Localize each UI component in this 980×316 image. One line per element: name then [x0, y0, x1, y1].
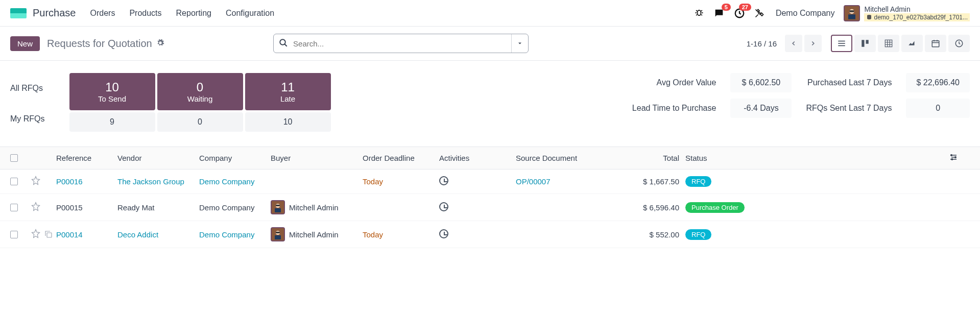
reference-cell[interactable]: P00015 [56, 203, 83, 212]
row-checkbox[interactable] [10, 231, 18, 238]
col-vendor[interactable]: Vendor [117, 154, 199, 162]
svg-rect-10 [932, 41, 939, 47]
total-cell: $ 6,596.40 [613, 203, 679, 212]
activity-clock-icon[interactable] [439, 202, 448, 211]
pager-next[interactable] [804, 35, 822, 52]
svg-rect-22 [275, 235, 281, 239]
status-badge: Purchase Order [685, 202, 745, 213]
late-tile[interactable]: 11Late [245, 73, 331, 110]
pager-text[interactable]: 1-16 / 16 [747, 39, 777, 48]
svg-rect-19 [47, 233, 52, 237]
view-pivot-icon[interactable] [878, 35, 899, 52]
col-buyer[interactable]: Buyer [271, 154, 363, 162]
col-company[interactable]: Company [199, 154, 271, 162]
star-icon[interactable] [31, 205, 41, 213]
svg-rect-9 [885, 40, 892, 47]
column-options-icon[interactable] [949, 153, 970, 163]
app-logo[interactable] [10, 8, 27, 18]
col-total[interactable]: Total [613, 154, 679, 162]
col-activities[interactable]: Activities [439, 154, 516, 162]
new-button[interactable]: New [10, 36, 40, 51]
total-cell: $ 552.00 [613, 230, 679, 239]
deadline-cell: Today [363, 177, 383, 186]
activities-icon[interactable]: 27 [734, 8, 745, 19]
nav-orders[interactable]: Orders [90, 9, 115, 18]
star-icon[interactable] [31, 179, 41, 187]
search-icon [274, 38, 293, 49]
tosend-tile[interactable]: 10To Send [69, 73, 155, 110]
page-title: Requests for Quotation [47, 38, 152, 50]
copy-icon[interactable] [44, 232, 53, 240]
gear-icon[interactable] [156, 39, 164, 48]
select-all-checkbox[interactable] [10, 154, 18, 162]
company-cell[interactable]: Demo Company [199, 230, 254, 239]
vendor-cell[interactable]: Ready Mat [117, 203, 155, 212]
vendor-cell[interactable]: The Jackson Group [117, 177, 184, 186]
svg-point-14 [951, 159, 953, 160]
buyer-cell[interactable]: Mitchell Admin [271, 227, 363, 241]
nav-products[interactable]: Products [129, 9, 161, 18]
app-title[interactable]: Purchase [33, 7, 76, 19]
view-graph-icon[interactable] [901, 35, 923, 52]
reference-cell[interactable]: P00014 [56, 230, 83, 239]
company-cell[interactable]: Demo Company [199, 203, 254, 212]
col-reference[interactable]: Reference [56, 154, 117, 162]
table-row[interactable]: P00016 The Jackson Group Demo Company To… [0, 169, 980, 194]
deadline-cell: Today [363, 230, 383, 239]
all-rfqs-label[interactable]: All RFQs [10, 84, 45, 93]
my-rfqs-label[interactable]: My RFQs [10, 114, 45, 124]
activities-badge: 27 [739, 4, 751, 11]
total-cell: $ 1,667.50 [613, 177, 679, 186]
row-checkbox[interactable] [10, 204, 18, 211]
svg-point-12 [951, 155, 952, 156]
avg-order-label: Avg Order Value [632, 78, 716, 87]
my-tosend-val[interactable]: 9 [69, 112, 155, 132]
svg-rect-4 [850, 10, 854, 12]
company-selector[interactable]: Demo Company [776, 9, 835, 18]
view-calendar-icon[interactable] [925, 35, 946, 52]
reference-cell[interactable]: P00016 [56, 177, 83, 186]
vendor-cell[interactable]: Deco Addict [117, 230, 158, 239]
activity-clock-icon[interactable] [439, 176, 448, 185]
view-activity-icon[interactable] [948, 35, 970, 52]
table-row[interactable]: P00015 Ready Mat Demo Company Mitchell A… [0, 194, 980, 221]
view-kanban-icon[interactable] [854, 35, 876, 52]
view-list-icon[interactable] [831, 35, 852, 52]
avg-order-value[interactable]: $ 6,602.50 [730, 73, 792, 92]
database-name: demo_170_e027b3abd29f_1701... [864, 13, 970, 21]
my-late-val[interactable]: 10 [245, 112, 331, 132]
rfqs-sent-label: RFQs Sent Last 7 Days [806, 104, 892, 113]
waiting-tile[interactable]: 0Waiting [157, 73, 243, 110]
row-checkbox[interactable] [10, 178, 18, 185]
lead-time-value[interactable]: -6.4 Days [730, 99, 792, 118]
company-cell[interactable]: Demo Company [199, 177, 254, 186]
dashboard: All RFQs My RFQs 10To Send 0Waiting 11La… [0, 61, 980, 147]
debug-icon[interactable] [694, 8, 704, 18]
nav-configuration[interactable]: Configuration [226, 9, 274, 18]
tools-icon[interactable] [754, 8, 764, 18]
col-deadline[interactable]: Order Deadline [363, 154, 439, 162]
svg-rect-8 [866, 40, 869, 44]
star-icon[interactable] [31, 232, 41, 240]
source-cell[interactable]: OP/00007 [516, 177, 551, 186]
user-menu[interactable]: Mitchell Admin demo_170_e027b3abd29f_170… [844, 5, 970, 21]
topbar: Purchase Orders Products Reporting Confi… [0, 0, 980, 27]
messages-icon[interactable]: 5 [713, 8, 725, 19]
table-row[interactable]: P00014 Deco Addict Demo Company Mitchell… [0, 221, 980, 248]
pager-prev[interactable] [785, 35, 802, 52]
col-source[interactable]: Source Document [516, 154, 613, 162]
control-bar: New Requests for Quotation 1-16 / 16 [0, 27, 980, 61]
my-waiting-val[interactable]: 0 [157, 112, 243, 132]
search-dropdown[interactable] [511, 34, 528, 53]
buyer-cell[interactable]: Mitchell Admin [271, 200, 363, 214]
rfqs-sent-value[interactable]: 0 [906, 99, 970, 118]
search-input[interactable] [293, 39, 511, 48]
nav-reporting[interactable]: Reporting [176, 9, 211, 18]
svg-rect-18 [276, 205, 280, 206]
lead-time-label: Lead Time to Purchase [632, 104, 716, 113]
col-status[interactable]: Status [679, 154, 761, 162]
svg-rect-17 [275, 208, 281, 212]
activity-clock-icon[interactable] [439, 229, 448, 238]
user-name: Mitchell Admin [864, 5, 970, 13]
purchased-value[interactable]: $ 22,696.40 [906, 73, 970, 92]
